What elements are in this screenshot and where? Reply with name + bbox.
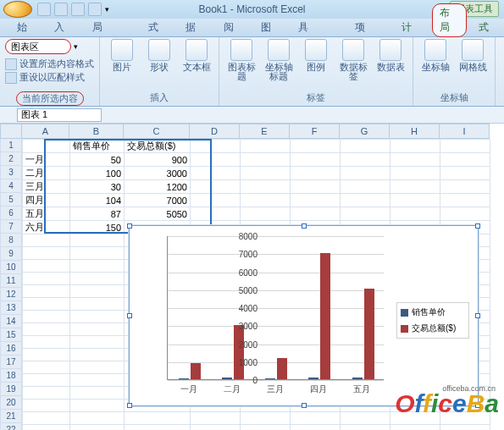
chart-bar[interactable] xyxy=(277,358,287,380)
cell[interactable] xyxy=(241,425,291,431)
plot-area-button[interactable]: 绘图区 xyxy=(501,39,504,72)
cell[interactable] xyxy=(23,336,70,349)
cell[interactable] xyxy=(23,349,70,361)
row-header[interactable]: 4 xyxy=(0,179,22,193)
chart-bar[interactable] xyxy=(308,378,318,379)
resize-handle[interactable] xyxy=(302,223,307,229)
cell[interactable] xyxy=(70,311,125,323)
cell[interactable] xyxy=(23,273,70,285)
cell[interactable]: 一月 xyxy=(23,153,70,167)
row-header[interactable]: 18 xyxy=(0,369,22,383)
cell[interactable] xyxy=(23,247,70,260)
cell[interactable] xyxy=(241,140,291,153)
cell[interactable] xyxy=(291,207,341,221)
cell[interactable]: 50 xyxy=(70,153,125,167)
insert-textbox-button[interactable]: 文本框 xyxy=(180,39,213,72)
cell[interactable] xyxy=(125,425,191,431)
cell[interactable] xyxy=(23,425,70,431)
cell[interactable] xyxy=(191,140,241,153)
cell[interactable] xyxy=(23,285,70,298)
row-header[interactable]: 14 xyxy=(0,315,22,328)
cell[interactable] xyxy=(70,273,125,285)
chart-bar[interactable] xyxy=(320,253,330,379)
row-header[interactable]: 2 xyxy=(0,152,22,166)
cell[interactable] xyxy=(23,412,70,425)
cell[interactable] xyxy=(70,400,125,412)
cell[interactable] xyxy=(390,167,440,180)
chart-bar[interactable] xyxy=(364,289,374,379)
cell[interactable] xyxy=(70,298,125,311)
cell[interactable] xyxy=(125,412,191,425)
cell[interactable]: 3000 xyxy=(125,167,191,180)
chart-bar[interactable] xyxy=(234,325,244,379)
cell[interactable] xyxy=(70,323,125,336)
row-header[interactable]: 5 xyxy=(0,193,22,207)
cell[interactable]: 900 xyxy=(125,153,191,167)
cell[interactable] xyxy=(70,374,125,387)
cell[interactable]: 1200 xyxy=(125,180,191,194)
cell[interactable] xyxy=(241,153,291,167)
cell[interactable] xyxy=(440,153,490,167)
cell[interactable] xyxy=(341,180,390,194)
row-header[interactable]: 3 xyxy=(0,166,22,179)
cell[interactable] xyxy=(191,167,241,180)
cell[interactable] xyxy=(23,298,70,311)
resize-handle[interactable] xyxy=(475,313,480,318)
cell[interactable] xyxy=(191,153,241,167)
cell[interactable] xyxy=(440,425,490,431)
legend-item[interactable]: 销售单价 xyxy=(401,306,465,318)
reset-style-button[interactable]: 重设以匹配样式 xyxy=(5,71,94,84)
cell[interactable] xyxy=(23,400,70,412)
cell[interactable] xyxy=(390,153,440,167)
cell[interactable] xyxy=(241,207,291,221)
row-header[interactable]: 10 xyxy=(0,261,22,274)
cell[interactable]: 三月 xyxy=(23,180,70,194)
row-header[interactable]: 22 xyxy=(0,423,22,430)
row-header[interactable]: 9 xyxy=(0,247,22,261)
cell[interactable] xyxy=(23,387,70,400)
cell[interactable] xyxy=(23,260,70,273)
cell[interactable] xyxy=(341,425,390,431)
cell[interactable] xyxy=(70,349,125,361)
cell[interactable]: 销售单价 xyxy=(70,140,125,153)
resize-handle[interactable] xyxy=(127,403,132,408)
cell[interactable]: 交易总额($) xyxy=(125,140,191,153)
cell[interactable] xyxy=(70,260,125,273)
column-header[interactable]: E xyxy=(240,124,290,139)
cell[interactable] xyxy=(191,194,241,207)
qat-undo-icon[interactable] xyxy=(54,3,68,16)
cell[interactable] xyxy=(341,194,390,207)
insert-picture-button[interactable]: 图片 xyxy=(105,39,139,72)
column-header[interactable]: I xyxy=(440,124,490,139)
cell[interactable] xyxy=(23,323,70,336)
cell[interactable] xyxy=(23,311,70,323)
chart-element-value[interactable] xyxy=(5,39,71,54)
cell[interactable] xyxy=(241,194,291,207)
cell[interactable]: 30 xyxy=(70,180,125,194)
cell[interactable] xyxy=(291,180,341,194)
column-header[interactable]: C xyxy=(124,124,190,139)
qat-redo-icon[interactable] xyxy=(71,3,85,16)
office-button[interactable] xyxy=(3,1,32,18)
column-header[interactable]: H xyxy=(390,124,440,139)
row-header[interactable]: 11 xyxy=(0,274,22,288)
cell[interactable]: 二月 xyxy=(23,167,70,180)
cell[interactable] xyxy=(70,425,125,431)
name-box[interactable]: 图表 1 xyxy=(17,108,102,122)
cell[interactable]: 104 xyxy=(70,194,125,207)
cell[interactable]: 四月 xyxy=(23,194,70,207)
cell[interactable] xyxy=(70,412,125,425)
cell[interactable] xyxy=(440,167,490,180)
qat-save-icon[interactable] xyxy=(37,3,51,16)
cell[interactable] xyxy=(390,207,440,221)
chart-plot-area[interactable] xyxy=(167,236,384,380)
row-header[interactable]: 7 xyxy=(0,220,22,234)
axis-titles-button[interactable]: 坐标轴标题 xyxy=(262,39,296,81)
cell[interactable] xyxy=(70,234,125,247)
cell[interactable] xyxy=(341,140,390,153)
cell[interactable] xyxy=(390,194,440,207)
cell[interactable] xyxy=(291,425,341,431)
cell[interactable] xyxy=(390,180,440,194)
row-header[interactable]: 19 xyxy=(0,383,22,396)
data-labels-button[interactable]: 数据标签 xyxy=(336,39,370,81)
